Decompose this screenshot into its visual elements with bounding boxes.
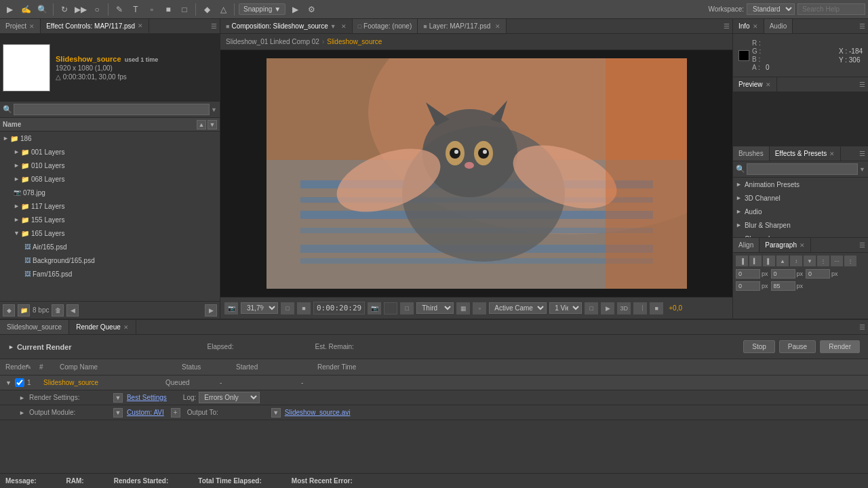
expand-arrow[interactable]: ▼ (14, 230, 20, 237)
list-item[interactable]: 🖼 Air/165.psd (0, 240, 220, 253)
effect-controls-tab[interactable]: Effect Controls: MAP/117.psd ✕ (41, 19, 149, 33)
align-left-btn[interactable]: ▐ (736, 256, 748, 266)
preview-tab-close[interactable]: ✕ (766, 81, 771, 88)
render-item-checkbox[interactable] (15, 378, 24, 387)
list-item[interactable]: ► 📁 068 Layers (0, 172, 220, 186)
align-top-btn[interactable]: ▲ (776, 256, 789, 266)
align-bottom-btn[interactable]: ▼ (804, 256, 816, 266)
paragraph-tab-close[interactable]: ✕ (800, 242, 805, 249)
list-item[interactable]: 📷 078.jpg (0, 186, 220, 199)
next-btn[interactable]: ▶ (205, 304, 217, 317)
list-item[interactable]: ► 📁 186 (0, 131, 220, 145)
comp-tab-dropdown[interactable]: ▼ (330, 23, 336, 30)
magnify-select[interactable]: 31,7% (241, 302, 278, 314)
preview-icon[interactable]: ▶ (288, 3, 302, 16)
list-item[interactable]: 🖼 Fam/165.psd (0, 267, 220, 281)
camera-icon-btn[interactable]: 📷 (368, 302, 381, 314)
effects-item-audio[interactable]: ► Audio (733, 205, 868, 218)
search-help-input[interactable] (797, 3, 865, 15)
slideshow-tab[interactable]: Slideshow_source (0, 320, 69, 334)
new-folder-btn[interactable]: 📁 (18, 304, 30, 317)
log-select[interactable]: Errors Only (199, 392, 260, 403)
ruler-btn[interactable]: ⎹ (633, 302, 647, 314)
list-item[interactable]: ► 📁 010 Layers (0, 159, 220, 172)
project-tab[interactable]: Project ✕ (0, 19, 41, 33)
search-dropdown-icon[interactable]: ▼ (211, 106, 217, 113)
ot-dropdown-btn[interactable]: ▼ (271, 408, 281, 418)
expand-arrow[interactable]: ► (14, 203, 20, 209)
layer-tab[interactable]: ■ Layer: MAP/117.psd ✕ (418, 19, 507, 33)
align-input-field-4[interactable] (736, 281, 760, 291)
views-select[interactable]: 1 View (549, 302, 582, 314)
snapping-button[interactable]: Snapping ▼ (239, 3, 285, 15)
comp-tab-slideshow[interactable]: ■ Composition: Slideshow_source ▼ ✕ (220, 19, 353, 33)
hand-tool-icon[interactable]: ✍ (19, 3, 33, 16)
distribute-center-btn[interactable]: ⋯ (831, 256, 843, 266)
clone-tool-icon[interactable]: ■ (161, 3, 175, 16)
brush-tool-icon[interactable]: ▫ (145, 3, 159, 16)
render-settings-link[interactable]: Best Settings (127, 394, 167, 401)
render-queue-tab[interactable]: Render Queue ✕ (69, 320, 136, 334)
settings-icon[interactable]: ⚙ (304, 3, 318, 16)
breadcrumb-item-2[interactable]: Slideshow_source (327, 38, 382, 45)
text-tool-icon[interactable]: T (129, 3, 142, 16)
effects-search-dropdown[interactable]: ▼ (859, 166, 865, 173)
align-input-field-2[interactable] (771, 269, 795, 279)
pause-button[interactable]: Pause (779, 340, 816, 353)
paragraph-tab[interactable]: Paragraph ✕ (760, 238, 811, 252)
workspace-select[interactable]: Standard (747, 3, 795, 15)
fullscreen-btn[interactable]: □ (585, 302, 598, 314)
preview-tab[interactable]: Preview ✕ (733, 77, 777, 92)
audio-tab[interactable]: Audio (764, 19, 793, 33)
output-module-link[interactable]: Custom: AVI (127, 409, 164, 416)
list-item[interactable]: 🖼 Background/165.psd (0, 253, 220, 267)
new-comp-btn[interactable]: ◆ (3, 304, 15, 317)
effects-presets-tab[interactable]: Effects & Presets ✕ (770, 146, 842, 161)
effects-item-3d[interactable]: ► 3D Channel (733, 191, 868, 205)
expand-item-arrow[interactable]: ▼ (5, 380, 15, 386)
timecode-display[interactable]: 0:00:20:29 (313, 302, 365, 314)
distribute-left-btn[interactable]: ⋮ (817, 256, 829, 266)
info-tab[interactable]: Info ✕ (733, 19, 764, 33)
shape-tool-icon[interactable]: ◆ (200, 3, 214, 16)
effects-item-blur[interactable]: ► Blur & Sharpen (733, 218, 868, 232)
pixel-btn[interactable]: ■ (297, 302, 311, 314)
delete-btn[interactable]: 🗑 (52, 304, 64, 317)
toggle-btn[interactable]: ▫ (473, 302, 486, 314)
preview-panel-menu[interactable]: ☰ (856, 77, 868, 92)
expand-arrow[interactable]: ► (14, 216, 20, 223)
align-right-btn[interactable]: ▌ (763, 256, 775, 266)
export-btn[interactable]: ▶ (601, 302, 614, 314)
expand-arrow[interactable]: ► (14, 176, 20, 182)
orbit-tool-icon[interactable]: ○ (90, 3, 104, 16)
render-button[interactable]: Render (820, 340, 860, 353)
left-panel-menu[interactable]: ☰ (208, 19, 220, 33)
align-tab[interactable]: Align (733, 238, 760, 252)
color-btn[interactable] (384, 302, 397, 314)
project-tab-close[interactable]: ✕ (29, 23, 35, 30)
info-panel-menu[interactable]: ☰ (856, 19, 868, 33)
align-panel-menu[interactable]: ☰ (856, 238, 868, 252)
project-search-input[interactable] (14, 104, 210, 115)
align-center-v-btn[interactable]: ↕ (790, 256, 802, 266)
puppet-tool-icon[interactable]: △ (216, 3, 230, 16)
comp-panel-menu[interactable]: ☰ (721, 19, 732, 33)
effects-tab-close[interactable]: ✕ (829, 150, 835, 157)
list-item[interactable]: ▼ 📁 165 Layers (0, 226, 220, 240)
effect-controls-tab-close[interactable]: ✕ (138, 22, 143, 29)
om-expand[interactable]: ► (19, 409, 25, 416)
3d-btn[interactable]: 3D (617, 302, 631, 314)
align-input-field-5[interactable] (771, 281, 795, 291)
snapshot-btn[interactable]: 📷 (224, 302, 238, 314)
expand-arrow[interactable]: ► (14, 148, 20, 155)
expand-arrow[interactable]: ► (3, 135, 9, 142)
expand-arrow[interactable]: ► (14, 162, 20, 169)
rotate-tool-icon[interactable]: ↻ (58, 3, 71, 16)
eraser-tool-icon[interactable]: □ (178, 3, 191, 16)
output-to-link[interactable]: Slideshow_source.avi (285, 409, 351, 416)
select-tool-icon[interactable]: ▶ (3, 3, 16, 16)
sort-asc-btn[interactable]: ▲ (197, 120, 206, 129)
effects-search-input[interactable] (747, 163, 858, 175)
om-dropdown-btn[interactable]: ▼ (113, 408, 123, 418)
effects-item-channel[interactable]: ► Channel (733, 232, 868, 237)
